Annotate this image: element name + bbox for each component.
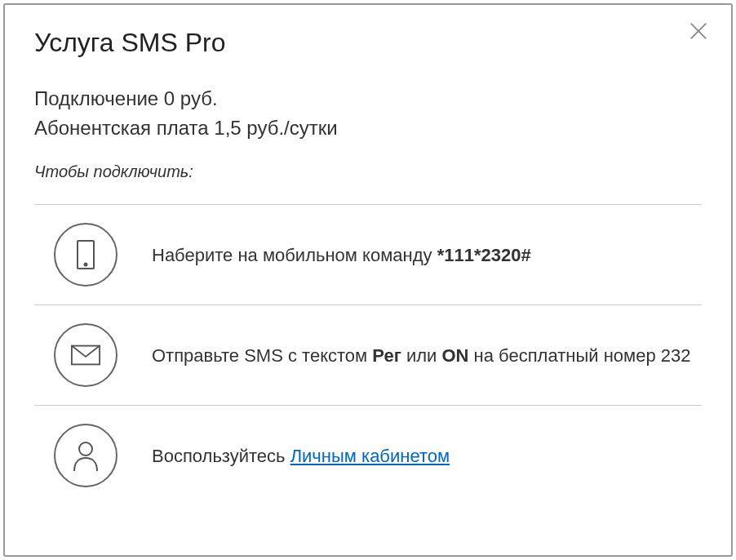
mail-icon [70,340,101,371]
mail-icon-circle [54,323,117,387]
account-text: Воспользуйтесь Личным кабинетом [152,442,450,469]
dial-code: *111*2320# [437,245,531,265]
option-account: Воспользуйтесь Личным кабинетом [34,405,702,505]
pricing-block: Подключение 0 руб. Абонентская плата 1,5… [34,84,702,143]
user-icon [70,440,101,471]
sms-keyword2: ON [442,345,469,366]
close-icon [687,20,710,42]
phone-icon-circle [54,223,117,287]
svg-point-5 [79,442,92,456]
personal-account-link[interactable]: Личным кабинетом [290,446,450,466]
instructions-label: Чтобы подключить: [34,162,702,181]
sms-middle: или [401,345,442,366]
option-sms: Отправьте SMS с текстом Рег или ON на бе… [34,304,702,405]
option-dial: Наберите на мобильном команду *111*2320# [34,204,702,304]
sms-prefix: Отправьте SMS с текстом [152,345,372,366]
connection-price: Подключение 0 руб. [34,84,702,113]
dial-prefix: Наберите на мобильном команду [152,245,437,265]
dial-text: Наберите на мобильном команду *111*2320# [152,242,531,269]
user-icon-circle [54,424,117,487]
modal-title: Услуга SMS Pro [34,28,702,58]
sms-suffix: на бесплатный номер 232 [469,345,691,366]
phone-icon [70,239,101,270]
close-button[interactable] [687,20,710,46]
svg-point-3 [85,264,87,266]
sms-text: Отправьте SMS с текстом Рег или ON на бе… [152,342,690,369]
service-modal: Услуга SMS Pro Подключение 0 руб. Абонен… [3,3,733,557]
account-prefix: Воспользуйтесь [152,446,290,466]
sms-keyword1: Рег [372,345,401,366]
subscription-fee: Абонентская плата 1,5 руб./сутки [34,113,702,143]
